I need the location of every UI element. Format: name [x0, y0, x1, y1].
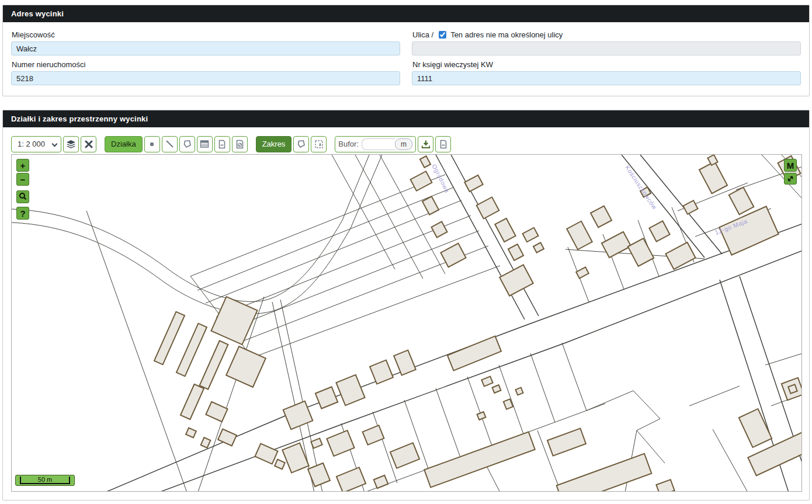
kw-input[interactable] — [412, 71, 801, 85]
scale-select[interactable]: 1: 2 000 — [11, 136, 61, 152]
parcel-table-button[interactable] — [197, 136, 213, 152]
address-panel: Adres wycinki Miejscowość Numer nierucho… — [2, 5, 810, 96]
table-icon — [200, 140, 209, 148]
miejscowosc-input[interactable] — [11, 41, 400, 55]
select-point-button[interactable] — [144, 136, 160, 152]
document-icon — [218, 140, 226, 149]
download-button[interactable] — [418, 136, 433, 152]
dzialka-button[interactable]: Działka — [105, 136, 143, 152]
buffer-input[interactable] — [362, 138, 395, 150]
clear-selection-button[interactable] — [81, 136, 96, 152]
parcel-export-button[interactable] — [232, 136, 248, 152]
ulica-label: Ulica / — [412, 30, 433, 39]
buffer-group: Bufor: m — [335, 136, 416, 152]
no-street-checkbox[interactable] — [439, 31, 446, 39]
document-code-icon — [235, 140, 244, 149]
miejscowosc-label: Miejscowość — [12, 30, 400, 39]
buffer-label: Bufor: — [338, 140, 359, 148]
polygon-icon — [183, 140, 192, 148]
layers-button[interactable] — [63, 136, 79, 152]
zoom-in-button[interactable]: + — [16, 159, 29, 172]
address-panel-title: Adres wycinki — [3, 5, 809, 22]
line-icon — [165, 140, 174, 148]
report-document-icon — [439, 140, 447, 149]
no-street-checkbox-label: Ten adres nie ma określonej ulicy — [450, 30, 563, 39]
map-toolbar: 1: 2 000 Działka — [11, 135, 801, 152]
map-panel-title: Działki i zakres przestrzenny wycinki — [3, 110, 809, 127]
polygon-icon — [297, 140, 306, 148]
scale-bar-label: 50 m — [20, 477, 70, 484]
zoom-out-button[interactable]: − — [16, 173, 29, 186]
zakres-polygon-button[interactable] — [293, 136, 309, 152]
download-icon — [421, 140, 431, 149]
zoom-search-button[interactable] — [16, 190, 29, 203]
layers-icon — [66, 140, 76, 149]
cadastral-map — [12, 155, 802, 492]
fullscreen-button[interactable] — [784, 173, 797, 185]
ulica-input — [412, 41, 801, 55]
close-icon — [85, 140, 93, 148]
report-button[interactable] — [435, 136, 451, 152]
measure-button[interactable]: M — [784, 159, 797, 172]
map-canvas[interactable]: Ogrodowa Kościuszkowców 12-go Maja + − ?… — [11, 154, 802, 492]
scale-bar: 50 m — [15, 475, 75, 486]
expand-icon — [787, 175, 794, 183]
point-icon — [148, 140, 156, 148]
kw-label: Nr księgi wieczystej KW — [412, 60, 801, 69]
select-polygon-button[interactable] — [179, 136, 195, 152]
select-line-button[interactable] — [162, 136, 178, 152]
help-button[interactable]: ? — [16, 207, 29, 220]
numer-label: Numer nieruchomości — [12, 60, 400, 69]
parcel-document-button[interactable] — [214, 136, 230, 152]
buffer-unit-label: m — [395, 138, 412, 150]
select-extent-icon — [314, 140, 324, 149]
search-icon — [19, 192, 27, 201]
zakres-button[interactable]: Zakres — [256, 136, 292, 152]
numer-nieruchomosci-input[interactable] — [11, 71, 400, 85]
select-extent-button[interactable] — [311, 136, 327, 152]
map-panel: Działki i zakres przestrzenny wycinki 1:… — [2, 110, 810, 500]
